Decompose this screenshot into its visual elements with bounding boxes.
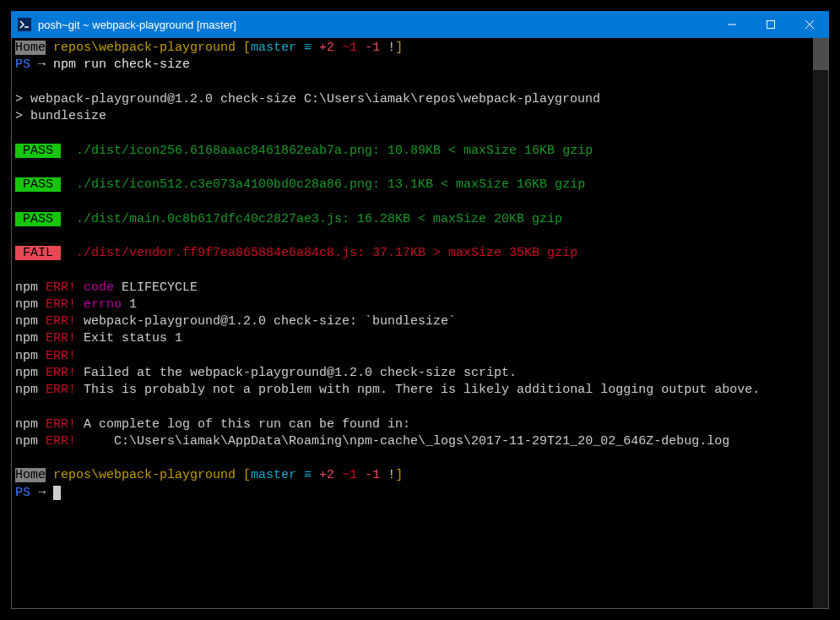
terminal-output[interactable]: Home repos\webpack-playground [master ≡ … [12, 38, 813, 608]
npm-label: npm [15, 331, 38, 345]
status-badge: PASS [15, 212, 61, 226]
bracket-close: ] [395, 468, 403, 482]
git-ahead: +2 [319, 468, 334, 482]
err-pkg: webpack-playground@1.2.0 check-size: `bu… [76, 314, 456, 329]
prompt-path: repos\webpack-playground [46, 468, 243, 482]
result-text: ./dist/icon256.6168aaac8461862eab7a.png:… [76, 144, 593, 158]
err-label: ERR! [38, 366, 76, 380]
bracket-close: ] [395, 41, 403, 55]
window-controls [713, 11, 829, 38]
app-icon [18, 18, 31, 31]
run-line-1: > webpack-playground@1.2.0 check-size C:… [15, 92, 600, 106]
prompt-path: repos\webpack-playground [46, 41, 243, 55]
err-logpath: C:\Users\iamak\AppData\Roaming\npm-cache… [76, 434, 729, 449]
git-equiv: ≡ [296, 41, 319, 55]
git-behind: ~1 [334, 41, 357, 55]
git-branch: master [251, 468, 296, 482]
maximize-button[interactable] [751, 11, 790, 38]
err-label: ERR! [38, 434, 76, 449]
status-badge: PASS [15, 177, 61, 192]
terminal-window: posh~git ~ webpack-playground [master] H… [11, 11, 829, 609]
ps-label: PS [15, 57, 30, 72]
result-text: ./dist/main.0c8b617dfc40c2827ae3.js: 16.… [76, 212, 562, 226]
command-text: npm run check-size [53, 57, 190, 72]
minimize-button[interactable] [713, 11, 751, 38]
err-errno-val: 1 [122, 297, 137, 312]
err-label: ERR! [38, 297, 76, 312]
window-title: posh~git ~ webpack-playground [master] [38, 19, 713, 31]
run-line-2: > bundlesize [15, 109, 106, 123]
npm-label: npm [15, 417, 38, 432]
git-ahead: +2 [319, 41, 334, 55]
npm-label: npm [15, 297, 38, 312]
home-badge: Home [15, 41, 46, 55]
content-area: Home repos\webpack-playground [master ≡ … [11, 38, 829, 609]
git-equiv: ≡ [296, 468, 319, 482]
git-removed: -1 [357, 468, 380, 482]
git-bang: ! [380, 41, 395, 55]
status-badge: FAIL [15, 246, 61, 260]
err-errno-lbl: errno [76, 297, 122, 312]
git-behind: ~1 [334, 468, 357, 482]
result-text: ./dist/vendor.ff9f7ea865884e6a84c8.js: 3… [76, 246, 577, 260]
cursor [53, 486, 61, 500]
err-label: ERR! [38, 331, 76, 345]
bracket-open: [ [243, 41, 251, 55]
err-label: ERR! [38, 349, 76, 363]
git-bang: ! [380, 468, 395, 482]
err-code-val: ELIFECYCLE [114, 280, 198, 295]
err-loghead: A complete log of this run can be found … [76, 417, 410, 432]
home-badge: Home [15, 468, 46, 482]
npm-label: npm [15, 366, 38, 380]
git-removed: -1 [357, 41, 380, 55]
npm-label: npm [15, 349, 38, 363]
err-exit: Exit status 1 [76, 331, 182, 345]
ps-label: PS [15, 486, 30, 500]
svg-rect-2 [767, 21, 775, 29]
err-code-lbl: code [76, 280, 114, 295]
ps-arrow: → [30, 57, 53, 72]
git-branch: master [251, 41, 296, 55]
err-label: ERR! [38, 383, 76, 397]
status-badge: PASS [15, 144, 61, 158]
result-text: ./dist/icon512.c3e073a4100bd0c28a86.png:… [76, 177, 585, 192]
err-label: ERR! [38, 417, 76, 432]
bracket-open: [ [243, 468, 251, 482]
close-button[interactable] [790, 11, 829, 38]
npm-label: npm [15, 383, 38, 397]
scrollbar[interactable] [813, 38, 828, 608]
err-label: ERR! [38, 314, 76, 329]
ps-arrow: → [30, 486, 53, 500]
err-label: ERR! [38, 280, 76, 295]
titlebar[interactable]: posh~git ~ webpack-playground [master] [11, 11, 829, 38]
npm-label: npm [15, 434, 38, 449]
err-failed: Failed at the webpack-playground@1.2.0 c… [76, 366, 517, 380]
err-probably: This is probably not a problem with npm.… [76, 383, 760, 397]
npm-label: npm [15, 280, 38, 295]
npm-label: npm [15, 314, 38, 329]
scroll-thumb[interactable] [813, 38, 828, 70]
